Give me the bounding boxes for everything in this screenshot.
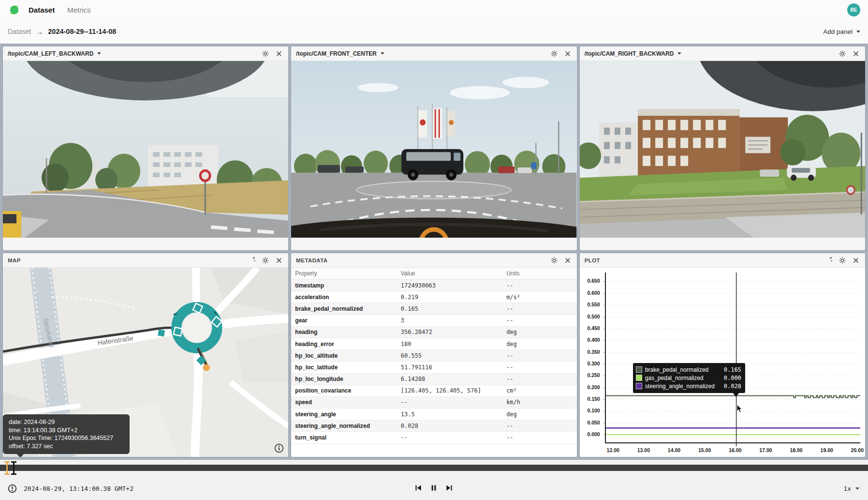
skip-to-start-button[interactable] <box>414 484 423 493</box>
pause-button[interactable] <box>430 484 439 493</box>
tab-metrics[interactable]: Metrics <box>67 6 90 14</box>
metadata-column-header: Units <box>502 268 577 280</box>
close-icon <box>276 257 282 264</box>
timeline-track[interactable] <box>0 465 868 471</box>
metadata-property: acceleration <box>291 291 397 303</box>
metadata-units: -- <box>502 373 577 385</box>
metadata-units: -- <box>502 315 577 326</box>
y-tick-mark <box>603 329 605 329</box>
metadata-header-row: PropertyValueUnits <box>291 268 576 280</box>
metadata-row: heading_error180deg <box>291 338 576 349</box>
legend-swatch-icon <box>636 375 642 381</box>
playback-speed-selector[interactable]: 1x <box>843 485 851 492</box>
x-tick-label: 20.00 <box>846 447 865 453</box>
plot-x-axis: 12.0013.0014.0015.0016.0017.0018.0019.00… <box>605 445 860 456</box>
add-panel-button[interactable]: Add panel <box>823 28 860 35</box>
metadata-property: hp_loc_altitude <box>291 350 397 362</box>
close-panel-button[interactable] <box>275 256 283 265</box>
y-tick-label: 0.050 <box>587 420 600 425</box>
camera-image-left-backward <box>3 61 288 238</box>
breadcrumb-arrow-icon: → <box>36 28 43 36</box>
metadata-value: [126.405, 126.405, 576] <box>397 385 502 396</box>
close-panel-button[interactable] <box>563 49 572 58</box>
skip-to-end-button[interactable] <box>445 484 454 493</box>
close-panel-button[interactable] <box>852 49 860 58</box>
breadcrumb-root[interactable]: Dataset <box>8 28 31 35</box>
legend-label: steering_angle_normalized <box>645 383 721 390</box>
metadata-row: gear3-- <box>291 315 576 326</box>
metadata-row: hp_loc_longitude6.14288-- <box>291 373 576 385</box>
plot-view: 0.0000.0500.1000.1500.2000.2500.3000.350… <box>580 268 865 457</box>
y-tick-label: 0.000 <box>587 431 600 437</box>
settings-button[interactable] <box>261 256 270 265</box>
timeline-marker-current[interactable] <box>4 461 10 475</box>
y-tick-mark <box>603 388 605 388</box>
tooltip-time: time: 13:14:00.38 GMT+2 <box>9 426 124 435</box>
metadata-units: -- <box>502 362 577 373</box>
metadata-column-header: Property <box>291 268 397 280</box>
y-tick-label: 0.300 <box>587 361 600 366</box>
metadata-row: acceleration0.219m/s² <box>291 291 576 303</box>
info-icon[interactable] <box>274 443 284 453</box>
timeline-marker-cursor[interactable] <box>11 461 17 475</box>
app-logo-icon[interactable] <box>8 3 21 16</box>
camera-view-front-center[interactable] <box>291 61 576 250</box>
camera-image-right-backward <box>580 61 865 238</box>
plot-area[interactable]: brake_pedal_normalized0.165gas_pedal_nor… <box>605 273 860 443</box>
breadcrumb-bar: Dataset → 2024-08-29--11-14-08 Add panel <box>0 19 868 44</box>
plot-lines <box>606 273 860 442</box>
panel-header: METADATA <box>291 253 576 268</box>
refresh-button[interactable] <box>824 256 833 265</box>
refresh-icon <box>249 257 255 264</box>
y-tick-label: 0.650 <box>587 278 600 284</box>
chevron-down-icon[interactable] <box>855 487 859 490</box>
panel-title-map: MAP <box>8 258 21 263</box>
y-tick-mark <box>603 305 605 305</box>
gear-icon <box>839 257 846 264</box>
tab-dataset[interactable]: Dataset <box>29 6 55 14</box>
topic-selector-cam-left[interactable]: /topic/CAM_LEFT_BACKWARD <box>8 50 101 57</box>
y-tick-label: 0.500 <box>587 314 600 319</box>
close-panel-button[interactable] <box>852 256 860 265</box>
plot-tooltip-row: gas_pedal_normalized0.000 <box>636 374 741 382</box>
settings-button[interactable] <box>550 49 559 58</box>
y-tick-mark <box>603 317 605 318</box>
y-tick-mark <box>603 376 605 376</box>
y-tick-label: 0.400 <box>587 337 600 343</box>
y-tick-label: 0.600 <box>587 290 600 296</box>
metadata-property: hp_loc_longitude <box>291 373 397 385</box>
metadata-row: turn_signal---- <box>291 432 576 443</box>
topic-selector-cam-right[interactable]: /topic/CAM_RIGHT_BACKWARD <box>585 50 682 57</box>
alert-icon[interactable] <box>8 484 17 493</box>
metadata-row: hp_loc_altitude60.555-- <box>291 350 576 362</box>
panel-title-plot: PLOT <box>585 258 600 263</box>
metadata-value: 0.028 <box>397 420 502 432</box>
close-panel-button[interactable] <box>563 256 572 265</box>
y-tick-mark <box>603 281 605 282</box>
settings-button[interactable] <box>261 49 270 58</box>
settings-button[interactable] <box>838 256 847 265</box>
topic-selector-cam-front[interactable]: /topic/CAM_FRONT_CENTER <box>296 50 384 57</box>
panel-cam-front-center: /topic/CAM_FRONT_CENTER <box>291 46 576 250</box>
y-tick-mark <box>603 340 605 341</box>
refresh-icon <box>825 257 832 264</box>
panel-grid: /topic/CAM_LEFT_BACKWARD <box>0 44 868 460</box>
avatar[interactable]: BE <box>847 3 860 16</box>
metadata-property: timestamp <box>291 280 397 291</box>
camera-view-right-backward[interactable] <box>580 61 865 250</box>
y-tick-mark <box>603 293 605 294</box>
topic-title: /topic/CAM_RIGHT_BACKWARD <box>585 50 674 57</box>
metadata-value: 3 <box>397 315 502 326</box>
gear-icon <box>551 50 558 57</box>
settings-button[interactable] <box>838 49 847 58</box>
map-view: Spoykanal Hafenstraße date: 2024-08-29 t… <box>3 268 288 457</box>
settings-button[interactable] <box>550 256 559 265</box>
gear-icon <box>551 257 558 264</box>
close-panel-button[interactable] <box>275 49 283 58</box>
y-tick-label: 0.350 <box>587 349 600 355</box>
camera-view-left-backward[interactable] <box>3 61 288 250</box>
y-tick-mark <box>603 399 605 400</box>
refresh-button[interactable] <box>248 256 256 265</box>
panel-metadata: METADATA PropertyValueUnits timestamp172… <box>291 253 576 457</box>
map-time-tooltip: date: 2024-08-29 time: 13:14:00.38 GMT+2… <box>3 414 130 454</box>
